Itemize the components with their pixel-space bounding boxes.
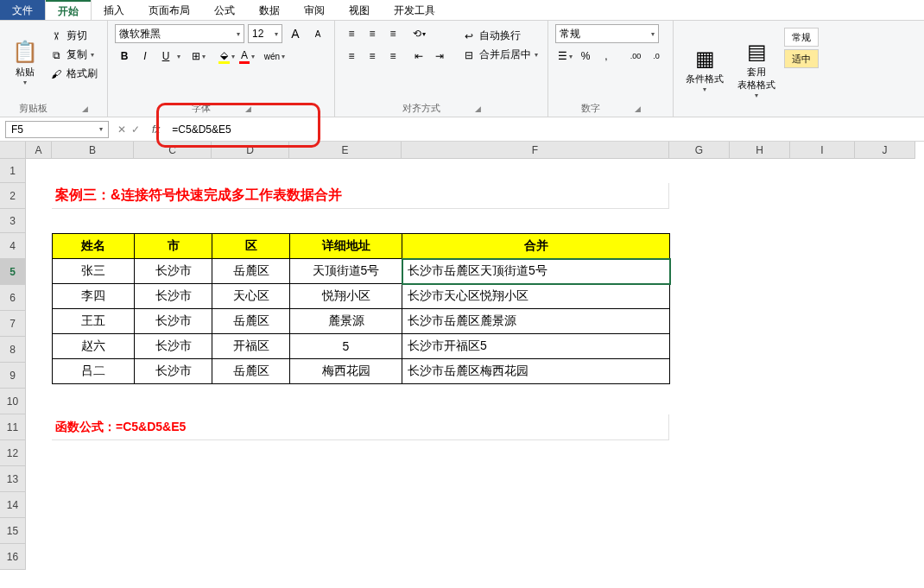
- table-cell[interactable]: 岳麓区: [212, 309, 290, 334]
- tab-页面布局[interactable]: 页面布局: [136, 0, 202, 20]
- formula-note-cell[interactable]: 函数公式：=C5&D5&E5: [52, 414, 669, 440]
- table-cell[interactable]: 长沙市开福区5: [402, 334, 670, 359]
- column-header-F[interactable]: F: [402, 142, 669, 159]
- merge-center-button[interactable]: ⊟合并后居中▾: [459, 47, 541, 63]
- dialog-launcher-icon[interactable]: ◢: [245, 104, 251, 113]
- table-cell[interactable]: 天顶街道5号: [290, 259, 402, 284]
- tab-插入[interactable]: 插入: [92, 0, 136, 20]
- column-header-C[interactable]: C: [134, 142, 212, 159]
- table-cell[interactable]: 悦翔小区: [290, 284, 402, 309]
- align-bottom-button[interactable]: ≡: [383, 24, 402, 43]
- row-header-15[interactable]: 15: [0, 518, 26, 544]
- table-cell[interactable]: 长沙市: [135, 359, 212, 384]
- table-format-button[interactable]: ▤ 套用 表格格式 ▾: [732, 24, 781, 115]
- row-header-4[interactable]: 4: [0, 233, 26, 259]
- row-header-9[interactable]: 9: [0, 363, 26, 389]
- cancel-formula-button[interactable]: ✕: [117, 123, 126, 136]
- column-header-H[interactable]: H: [730, 142, 790, 159]
- tab-公式[interactable]: 公式: [202, 0, 247, 20]
- fx-icon[interactable]: fx: [147, 123, 165, 136]
- underline-button[interactable]: U: [156, 47, 175, 66]
- table-cell[interactable]: 王五: [53, 309, 135, 334]
- align-center-button[interactable]: ≡: [363, 47, 382, 66]
- column-header-J[interactable]: J: [855, 142, 915, 159]
- table-cell[interactable]: 长沙市: [135, 259, 212, 284]
- column-header-I[interactable]: I: [790, 142, 855, 159]
- copy-button[interactable]: ⧉复制▾: [47, 47, 100, 63]
- table-cell[interactable]: 长沙市岳麓区天顶街道5号: [402, 259, 670, 284]
- row-header-3[interactable]: 3: [0, 209, 26, 233]
- dialog-launcher-icon[interactable]: ◢: [82, 104, 88, 113]
- table-cell[interactable]: 开福区: [212, 334, 290, 359]
- row-header-11[interactable]: 11: [0, 414, 26, 440]
- tab-数据[interactable]: 数据: [247, 0, 292, 20]
- column-header-A[interactable]: A: [26, 142, 52, 159]
- table-cell[interactable]: 长沙市天心区悦翔小区: [402, 284, 670, 309]
- table-header[interactable]: 区: [212, 234, 290, 259]
- column-header-G[interactable]: G: [669, 142, 730, 159]
- increase-decimal-button[interactable]: .00: [626, 47, 645, 66]
- table-cell[interactable]: 麓景源: [290, 309, 402, 334]
- table-cell[interactable]: 长沙市: [135, 309, 212, 334]
- row-header-8[interactable]: 8: [0, 337, 26, 363]
- paste-button[interactable]: 📋 粘贴 ▾: [7, 24, 43, 102]
- percent-button[interactable]: %: [576, 47, 595, 66]
- align-left-button[interactable]: ≡: [342, 47, 361, 66]
- row-header-5[interactable]: 5: [0, 259, 26, 285]
- title-cell[interactable]: 案例三：&连接符号快速完成多工作表数据合并: [52, 183, 669, 209]
- phonetic-button[interactable]: wén: [265, 47, 284, 66]
- shrink-font-button[interactable]: A: [308, 24, 327, 43]
- decrease-indent-button[interactable]: ⇤: [409, 47, 428, 66]
- bold-button[interactable]: B: [115, 47, 134, 66]
- row-header-6[interactable]: 6: [0, 285, 26, 311]
- cell-style-good[interactable]: 适中: [784, 49, 819, 68]
- table-cell[interactable]: 天心区: [212, 284, 290, 309]
- column-header-B[interactable]: B: [52, 142, 134, 159]
- dialog-launcher-icon[interactable]: ◢: [635, 104, 641, 113]
- align-middle-button[interactable]: ≡: [363, 24, 382, 43]
- table-cell[interactable]: 长沙市岳麓区梅西花园: [402, 359, 670, 384]
- table-cell[interactable]: 赵六: [53, 334, 135, 359]
- table-cell[interactable]: 长沙市: [135, 284, 212, 309]
- row-header-12[interactable]: 12: [0, 440, 26, 466]
- name-box[interactable]: F5▾: [5, 121, 109, 138]
- comma-button[interactable]: ,: [597, 47, 616, 66]
- tab-审阅[interactable]: 审阅: [292, 0, 337, 20]
- dialog-launcher-icon[interactable]: ◢: [475, 104, 481, 113]
- font-name-combo[interactable]: 微软雅黑▾: [115, 24, 244, 43]
- align-right-button[interactable]: ≡: [383, 47, 402, 66]
- fill-color-button[interactable]: ⬙: [217, 47, 236, 66]
- table-cell[interactable]: 岳麓区: [212, 259, 290, 284]
- conditional-format-button[interactable]: ▦ 条件格式 ▾: [680, 24, 729, 115]
- table-cell[interactable]: 吕二: [53, 359, 135, 384]
- format-painter-button[interactable]: 🖌格式刷: [47, 66, 100, 82]
- table-header[interactable]: 姓名: [53, 234, 135, 259]
- column-header-E[interactable]: E: [289, 142, 402, 159]
- row-header-10[interactable]: 10: [0, 389, 26, 414]
- wrap-text-button[interactable]: ↩自动换行: [459, 28, 541, 44]
- tab-视图[interactable]: 视图: [337, 0, 382, 20]
- number-format-combo[interactable]: 常规▾: [555, 24, 659, 43]
- row-header-2[interactable]: 2: [0, 183, 26, 209]
- tab-开发工具[interactable]: 开发工具: [382, 0, 447, 20]
- table-cell[interactable]: 岳麓区: [212, 359, 290, 384]
- font-size-combo[interactable]: 12▾: [248, 24, 282, 43]
- tab-file[interactable]: 文件: [0, 0, 45, 20]
- table-cell[interactable]: 李四: [53, 284, 135, 309]
- accept-formula-button[interactable]: ✓: [131, 123, 140, 136]
- table-header[interactable]: 详细地址: [290, 234, 402, 259]
- tab-开始[interactable]: 开始: [45, 0, 92, 20]
- align-top-button[interactable]: ≡: [342, 24, 361, 43]
- row-header-16[interactable]: 16: [0, 544, 26, 570]
- currency-button[interactable]: ☰: [555, 47, 574, 66]
- table-header[interactable]: 市: [135, 234, 212, 259]
- table-header[interactable]: 合并: [402, 234, 670, 259]
- table-cell[interactable]: 梅西花园: [290, 359, 402, 384]
- row-header-14[interactable]: 14: [0, 492, 26, 518]
- select-all-corner[interactable]: [0, 142, 26, 159]
- column-header-D[interactable]: D: [212, 142, 289, 159]
- table-cell[interactable]: 长沙市岳麓区麓景源: [402, 309, 670, 334]
- increase-indent-button[interactable]: ⇥: [430, 47, 449, 66]
- table-cell[interactable]: 5: [290, 334, 402, 359]
- formula-input[interactable]: [165, 122, 924, 137]
